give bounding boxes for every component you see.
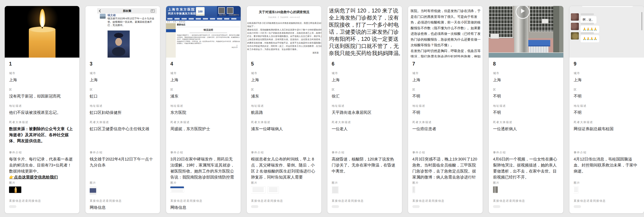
- empty-value-pill: [412, 205, 420, 208]
- field-label-address: 地址描述: [251, 104, 317, 108]
- field-deceased: 死者大体描述一位透析病人: [493, 121, 559, 151]
- field-value-district: 不明: [493, 93, 559, 99]
- submit-info-link[interactable]: 👉点击这里提交信息给我们: [9, 174, 75, 180]
- text-line: 全上海发热门诊都关了，没有: [329, 14, 402, 21]
- record-cover-image: 上海市东方医院同济大学附属东方医院100微信二维码患者移动服务平台首页 >> 首…: [166, 6, 241, 58]
- field-value-event: 3月23日在家中哮喘发作，用药后无法缓解。19时，家属驾车送其就诊，被医院拒收。…: [170, 156, 236, 181]
- qr-code-icon: [218, 7, 225, 14]
- field-value-district: 徐汇: [332, 93, 398, 99]
- post-text: 钱文雄于2022年4月12日下午一点十九分去世。疫情期间一切从简。家属目前悲痛不…: [108, 17, 155, 27]
- field-event: 事件介绍3月23日在家中哮喘发作，用药后无法缓解。19时，家属驾车送其就诊，被医…: [170, 151, 236, 181]
- site-sidebar: [166, 23, 176, 58]
- field-district: 区不明: [412, 88, 478, 104]
- field-value-address: 虹口区妇幼保健所: [90, 110, 156, 116]
- announcement-title: 情况说明: [177, 28, 240, 31]
- record-card-9[interactable]: 只有其女儿眼见其病逝...🙏🙏🙏啊，这。🙏🙏🙏🙏🙏🙏🙏🙏9城市上海区不明地址描述…: [569, 6, 644, 213]
- chat-name-blurred: [580, 23, 594, 25]
- field-label-direct: 直接信息还是间接信息: [251, 199, 317, 203]
- field-event: 事件介绍4月3日突感不适，晚上19:30叫了120急救。当时面临全员核酸，三甲医…: [412, 151, 478, 181]
- field-district: 区浦东: [170, 88, 236, 104]
- field-address: 地址描述航昌路: [251, 104, 317, 121]
- field-district: 区虹口: [90, 88, 156, 104]
- field-label-event: 事件介绍: [332, 151, 398, 154]
- doc-attachment-thumbnail[interactable]: [574, 187, 578, 193]
- field-label-address: 地址描述: [493, 104, 559, 108]
- event-text: 每张卡片、每行记录，代表着一条逝去的鲜活生命。目前有73+位死者！数据持续更新中…: [9, 157, 73, 173]
- sidebar-block: [166, 29, 176, 32]
- text-line: 奈我只能先买药给我妈妈降温,: [329, 50, 402, 57]
- qr-label: 患者移动服务平台: [229, 14, 239, 16]
- qr-code-icon: [227, 7, 234, 14]
- field-label-direct: 直接信息还是间接信息: [332, 199, 398, 203]
- field-image: 图片: [574, 181, 640, 199]
- record-card-5[interactable]: 关于对浦东120急救中心的调查情况【信息来源：】【信息时间：2022-03-31…: [247, 6, 321, 213]
- field-label-event: 事件介绍: [493, 151, 559, 154]
- doc-attachment-thumbnail[interactable]: [268, 187, 278, 193]
- attachment-thumbnails: [412, 187, 478, 193]
- text-screenshot: 迷病危了叫 120，120 来了说全上海发热门诊都关了，没有医院接收，打了一个多…: [328, 6, 402, 57]
- text-line: 迷病危了叫 120，120 来了说: [329, 7, 402, 14]
- field-label-district: 区: [412, 88, 478, 91]
- record-cover-image: 关于对浦东120急救中心的调查情况【信息来源：】【信息时间：2022-03-31…: [247, 6, 321, 58]
- scrollbar[interactable]: [642, 12, 642, 30]
- field-value-city: 上海: [332, 77, 398, 83]
- camera-icon: [151, 9, 155, 12]
- wechat-post-attachment-thumbnail[interactable]: [90, 187, 96, 195]
- document-body-line: 的离世深表悲痛，对急救医生由于经验不足、处置不当未能及时出借车载除颤仪: [247, 41, 321, 44]
- post-avatar: [100, 14, 106, 19]
- text-line: 热，必须进行核酸检测，前一天在小区里做的核: [410, 19, 483, 25]
- site-emblem: 100: [196, 7, 204, 16]
- document-body-line: 浦东新: [247, 51, 321, 54]
- record-card-8[interactable]: 8城市上海区不明地址描述不明死者大体描述一位透析病人事件介绍4月6日的一个视频，…: [489, 6, 563, 213]
- field-label-event: 事件介绍: [170, 151, 236, 154]
- field-event: 事件介绍钱文雄于2022年4月12日下午一点十九分自杀: [90, 151, 156, 181]
- field-label-city: 城市: [90, 72, 156, 75]
- field-direct: 直接信息还是间接信息: [9, 199, 75, 208]
- field-deceased: 死者大体描述网信证券副总裁韦桂国: [574, 121, 640, 151]
- candle-attachment-thumbnail[interactable]: [9, 187, 21, 193]
- text-line: 在发热门诊时仍然是胸闷，呼吸急促，低血压等: [410, 48, 483, 54]
- empty-value-pill: [251, 205, 258, 208]
- record-number: 1: [9, 58, 75, 72]
- attachment-thumbnails: [170, 187, 236, 193]
- building-attachment-thumbnail[interactable]: [493, 187, 498, 193]
- field-event: 事件介绍根据患者女儿公布的时间线，早上 8 点，其父哮喘发作、晕倒。随后，小区 …: [251, 151, 317, 181]
- field-value-address: 航昌路: [251, 110, 317, 116]
- nav-item-placeholder: [182, 18, 187, 19]
- field-direct: 直接信息还是间接信息: [251, 199, 317, 208]
- field-image: 图片: [9, 181, 75, 199]
- gallery-board: 1城市上海区没有死于新冠，却因新冠而死地址描述他们不应该被漠视甚至忘记。死者大体…: [0, 0, 644, 213]
- document-body-line: 在执行对同一小区另一住户的急症患者急救的任务，且急症患者已上车，急救车: [247, 31, 321, 35]
- announcement-signature-line: 上: [177, 44, 240, 47]
- site-subtitle: 同济大学附属东方医院: [168, 12, 196, 15]
- record-card-6[interactable]: 迷病危了叫 120，120 来了说全上海发热门诊都关了，没有医院接收，打了一个多…: [328, 6, 402, 213]
- record-body: 6城市上海区徐汇地址描述天平路街道永康居民区死者大体描述一位老人事件介绍高烧昏迷…: [328, 58, 402, 208]
- text-line: 次核酸等报告？我也不懂）。: [410, 42, 483, 48]
- slim-attachment-thumbnail[interactable]: [412, 187, 415, 193]
- candle-body: [29, 28, 56, 58]
- field-label-direct: 直接信息还是间接信息: [574, 199, 640, 203]
- field-value-deceased: 虹口区卫健委信息中心主任钱文雄: [90, 126, 156, 132]
- doc-attachment-thumbnail[interactable]: [251, 187, 265, 193]
- field-deceased: 死者大体描述浦东一位哮喘病人: [251, 121, 317, 151]
- field-address: 地址描述不明: [493, 104, 559, 121]
- record-card-4[interactable]: 上海市东方医院同济大学附属东方医院100微信二维码患者移动服务平台首页 >> 首…: [166, 6, 241, 213]
- record-body: 4城市上海区浦东地址描述东方医院死者大体描述周盛妮，东方医院护士事件介绍3月23…: [166, 58, 241, 211]
- event-text: 4月6日的一个视频，一位女性在撕心裂肺地哭泣。据视频描述，她的亲人要做透析，出不…: [493, 157, 557, 179]
- field-address: 地址描述虹口区妇幼保健所: [90, 104, 156, 121]
- webpage-attachment-thumbnail[interactable]: [170, 187, 184, 193]
- thumbnail-lines: [413, 187, 414, 192]
- announcement-meta-placeholder: [190, 32, 227, 33]
- field-label-city: 城市: [251, 72, 317, 75]
- field-label-deceased: 死者大体描述: [90, 121, 156, 124]
- field-address: 地址描述不明: [574, 104, 640, 121]
- record-card-7[interactable]: 医院。当时有些低烧，但是发热门诊在消杀，于是在门口的黑夜里等待了很久。可是由于有…: [408, 6, 483, 213]
- field-label-city: 城市: [170, 72, 236, 75]
- curtain: [529, 46, 548, 53]
- record-card-3[interactable]: 朋友圈钱文雄钱文雄于2022年4月12日下午一点十九分去世。疫情期间一切从简。家…: [86, 6, 160, 213]
- field-direct: 直接信息还是间接信息网络信息: [90, 199, 156, 211]
- text-attachment-thumbnail[interactable]: [332, 187, 338, 194]
- record-card-1[interactable]: 1城市上海区没有死于新冠，却因新冠而死地址描述他们不应该被漠视甚至忘记。死者大体…: [5, 6, 79, 213]
- wechat-moments-screenshot: 朋友圈钱文雄钱文雄于2022年4月12日下午一点十九分去世。疫情期间一切从简。家…: [97, 8, 157, 58]
- field-district: 区徐汇: [332, 88, 398, 104]
